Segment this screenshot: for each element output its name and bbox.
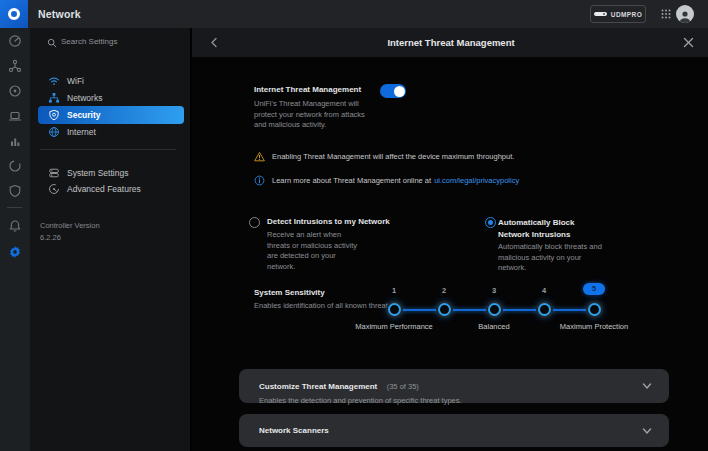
privacy-policy-link[interactable]: ui.com/legal/privacypolicy	[434, 176, 519, 185]
sidebar-item-label: Security	[67, 110, 101, 120]
notifications-bell-icon[interactable]	[8, 219, 22, 233]
sensitivity-stop-number-4: 4	[536, 286, 552, 295]
settings-sidebar: Search Settings WiFi Networks	[30, 28, 190, 451]
sensitivity-slider-stop-4[interactable]	[538, 303, 551, 316]
app-title: Network	[38, 0, 81, 28]
threat-shield-icon[interactable]	[8, 184, 22, 198]
ubiquiti-logo-ring	[8, 8, 20, 20]
sensitivity-slider-stop-5[interactable]	[588, 303, 601, 316]
section-description: Enables the detection and prevention of …	[259, 396, 629, 405]
console-device-label: UDMPRO	[611, 11, 642, 18]
person-icon	[678, 10, 692, 23]
security-shield-icon	[48, 109, 60, 121]
dashboard-icon[interactable]	[8, 34, 22, 48]
settings-gear-icon[interactable]	[8, 245, 22, 259]
wifi-icon	[48, 75, 60, 87]
sensitivity-stop-number-1: 1	[386, 286, 402, 295]
sidebar-item-label: Networks	[67, 93, 102, 103]
nav-rail	[0, 28, 30, 451]
sensitivity-value-badge: 5	[583, 283, 605, 295]
main-panel: Internet Threat Management Internet Thre…	[190, 28, 708, 451]
threat-management-toggle[interactable]	[380, 84, 406, 98]
rail-divider	[7, 207, 22, 208]
page-title: Internet Threat Management	[192, 28, 708, 57]
section-title: Network Scanners	[259, 426, 329, 435]
throughput-warning-notice: Enabling Threat Management will affect t…	[254, 151, 514, 162]
sidebar-item-networks[interactable]: Networks	[38, 89, 184, 107]
search-settings-input[interactable]: Search Settings	[30, 28, 190, 58]
sidebar-item-label: Advanced Features	[67, 184, 141, 194]
sensitivity-axis-label-protection: Maximum Protection	[549, 322, 639, 332]
warning-text: Enabling Threat Management will affect t…	[272, 152, 514, 161]
radio-detect-intrusions[interactable]	[249, 217, 260, 228]
radio-detect-intrusions-label[interactable]: Detect Intrusions to my Network	[267, 217, 407, 226]
unifi-network-app: Network UDMPRO	[0, 0, 708, 451]
sensitivity-slider-stop-3[interactable]	[488, 303, 501, 316]
sidebar-item-label: WiFi	[67, 76, 84, 86]
statistics-icon[interactable]	[8, 134, 22, 148]
console-device-button[interactable]: UDMPRO	[590, 5, 646, 23]
info-circle-icon	[254, 175, 265, 186]
sensitivity-slider-stop-1[interactable]	[388, 303, 401, 316]
radio-block-intrusions-description: Automatically block threats and maliciou…	[498, 242, 610, 274]
controller-version-value: 6.2.26	[40, 232, 100, 244]
sidebar-item-label: System Settings	[67, 168, 128, 178]
system-sensitivity-label: System Sensitivity	[254, 288, 325, 297]
sidebar-item-advanced-features[interactable]: Advanced Features	[38, 180, 184, 198]
insights-icon[interactable]	[8, 159, 22, 173]
sensitivity-stop-number-3: 3	[486, 286, 502, 295]
controller-version-label: Controller Version	[40, 220, 100, 232]
sensitivity-axis-label-balanced: Balanced	[459, 322, 529, 332]
topology-icon[interactable]	[8, 59, 22, 73]
warning-triangle-icon	[254, 151, 265, 162]
networks-icon	[48, 92, 60, 104]
sidebar-item-wifi[interactable]: WiFi	[38, 72, 184, 90]
sensitivity-stop-number-2: 2	[436, 286, 452, 295]
section-customize-threat-management[interactable]: Customize Threat Management (35 of 35) E…	[239, 369, 669, 403]
threat-management-description: UniFi's Threat Management will protect y…	[254, 99, 368, 131]
top-bar: Network UDMPRO	[0, 0, 708, 28]
devices-icon[interactable]	[8, 84, 22, 98]
toggle-knob	[394, 86, 405, 97]
sensitivity-slider-stop-2[interactable]	[438, 303, 451, 316]
controller-version: Controller Version 6.2.26	[40, 220, 100, 244]
system-settings-icon	[48, 167, 60, 179]
ubiquiti-logo[interactable]	[0, 0, 28, 28]
section-network-scanners[interactable]: Network Scanners	[239, 414, 669, 447]
advanced-features-icon	[48, 183, 60, 195]
radio-block-intrusions-label[interactable]: Automatically Block Network Intrusions	[498, 217, 598, 240]
learn-more-notice: Learn more about Threat Management onlin…	[254, 175, 519, 186]
section-title: Customize Threat Management	[259, 382, 377, 391]
sensitivity-axis-label-performance: Maximum Performance	[349, 322, 439, 332]
threat-management-toggle-label: Internet Threat Management	[254, 85, 384, 94]
udm-device-icon	[594, 12, 607, 16]
back-icon[interactable]	[207, 35, 222, 50]
radio-detect-intrusions-description: Receive an alert when threats or malicio…	[267, 230, 362, 272]
sidebar-item-internet[interactable]: Internet	[38, 123, 184, 141]
search-icon	[47, 38, 57, 48]
learn-more-text: Learn more about Threat Management onlin…	[272, 176, 431, 185]
sidebar-divider	[40, 149, 176, 150]
chevron-down-icon[interactable]	[641, 425, 653, 437]
app-switcher-icon[interactable]	[661, 9, 671, 19]
radio-block-intrusions[interactable]	[485, 217, 496, 228]
sidebar-item-label: Internet	[67, 127, 96, 137]
clients-icon[interactable]	[8, 109, 22, 123]
page-header: Internet Threat Management	[192, 28, 708, 57]
section-count-badge: (35 of 35)	[387, 382, 419, 391]
user-avatar[interactable]	[676, 5, 694, 23]
close-icon[interactable]	[681, 35, 696, 50]
internet-globe-icon	[48, 126, 60, 138]
search-placeholder: Search Settings	[61, 37, 117, 46]
sidebar-item-security[interactable]: Security	[38, 106, 184, 124]
chevron-down-icon[interactable]	[641, 380, 653, 392]
